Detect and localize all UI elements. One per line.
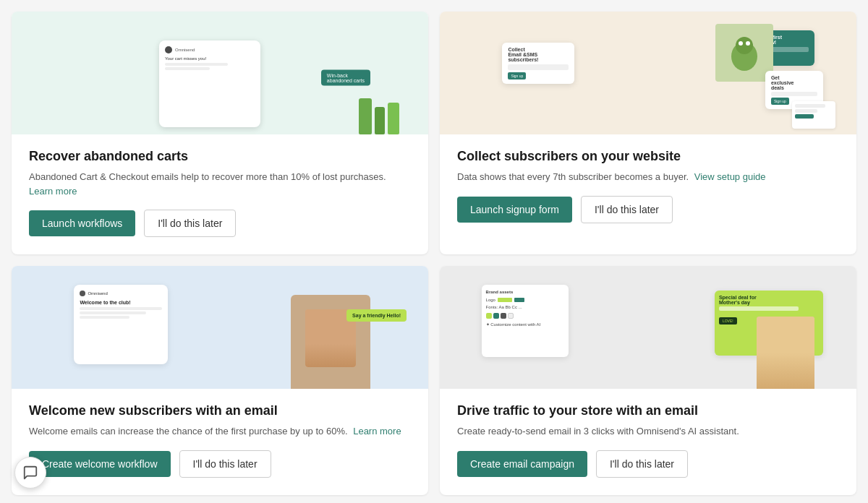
chat-fab-button[interactable]	[14, 457, 46, 489]
launch-workflows-button[interactable]: Launch workflows	[29, 210, 135, 236]
person-traffic	[757, 317, 814, 389]
view-setup-guide-link[interactable]: View setup guide	[694, 171, 766, 182]
create-email-campaign-button[interactable]: Create email campaign	[457, 451, 587, 477]
svg-point-3	[746, 41, 750, 46]
card-image-abandoned-carts: Omnisend Your cart misses you! Win-backa…	[12, 12, 428, 134]
card-body-abandoned-carts: Recover abandoned carts Abandoned Cart &…	[12, 134, 428, 254]
card-title-abandoned-carts: Recover abandoned carts	[29, 149, 411, 164]
product-image	[715, 24, 773, 82]
card-actions-abandoned-carts: Launch workflows I'll do this later	[29, 210, 411, 237]
svg-point-1	[736, 37, 753, 54]
learn-more-link-welcome[interactable]: Learn more	[353, 426, 401, 437]
card-actions-drive-traffic: Create email campaign I'll do this later	[457, 450, 839, 478]
card-drive-traffic: Brand assets Logo Fonts: Aa Bb Cc ... ✦ …	[440, 266, 856, 495]
brand-panel: Brand assets Logo Fonts: Aa Bb Cc ... ✦ …	[482, 285, 569, 357]
cta-pill: Win-backabandoned carts	[321, 70, 370, 86]
launch-signup-form-button[interactable]: Launch signup form	[457, 197, 572, 223]
chat-popup-welcome: Say a friendly Hello!	[346, 309, 407, 322]
do-later-button-subs[interactable]: I'll do this later	[581, 196, 673, 223]
cards-grid: Omnisend Your cart misses you! Win-backa…	[12, 12, 856, 495]
card-desc-welcome-subscribers: Welcome emails can increase the chance o…	[29, 424, 411, 439]
card-title-collect-subscribers: Collect subscribers on your website	[457, 149, 839, 164]
card-title-drive-traffic: Drive traffic to your store with an emai…	[457, 403, 839, 418]
card-actions-collect-subscribers: Launch signup form I'll do this later	[457, 196, 839, 223]
card-body-collect-subscribers: Collect subscribers on your website Data…	[440, 134, 856, 241]
do-later-button-carts[interactable]: I'll do this later	[144, 210, 236, 237]
card-collect-subscribers: CollectEmail &SMSsubscribers! Sign up Be…	[440, 12, 856, 254]
card-body-welcome-subscribers: Welcome new subscribers with an email We…	[12, 389, 428, 495]
learn-more-link-carts[interactable]: Learn more	[29, 186, 77, 197]
do-later-button-traffic[interactable]: I'll do this later	[596, 450, 688, 478]
card-image-collect-subscribers: CollectEmail &SMSsubscribers! Sign up Be…	[440, 12, 856, 134]
svg-point-2	[739, 41, 743, 46]
do-later-button-welcome[interactable]: I'll do this later	[179, 450, 271, 478]
card-desc-abandoned-carts: Abandoned Cart & Checkout emails help to…	[29, 170, 411, 198]
card-title-welcome-subscribers: Welcome new subscribers with an email	[29, 403, 411, 418]
bottles-illustration	[359, 98, 399, 134]
card-welcome-subscribers: Omnisend Welcome to the club! Say a frie…	[12, 266, 428, 495]
card-image-drive-traffic: Brand assets Logo Fonts: Aa Bb Cc ... ✦ …	[440, 266, 856, 389]
card-desc-collect-subscribers: Data shows that every 7th subscriber bec…	[457, 170, 839, 184]
popup-collect: CollectEmail &SMSsubscribers! Sign up	[502, 43, 574, 84]
create-welcome-workflow-button[interactable]: Create welcome workflow	[29, 451, 171, 477]
card-image-welcome-subscribers: Omnisend Welcome to the club! Say a frie…	[12, 266, 428, 389]
card-actions-welcome-subscribers: Create welcome workflow I'll do this lat…	[29, 450, 411, 478]
phone-mockup-welcome: Omnisend Welcome to the club!	[74, 285, 168, 364]
card-desc-drive-traffic: Create ready-to-send email in 3 clicks w…	[457, 424, 839, 439]
card-body-drive-traffic: Drive traffic to your store with an emai…	[440, 389, 856, 495]
phone-mockup: Omnisend Your cart misses you!	[159, 40, 260, 127]
card-abandoned-carts: Omnisend Your cart misses you! Win-backa…	[12, 12, 428, 254]
phone-mockup-small	[792, 101, 835, 129]
chat-icon	[22, 465, 38, 481]
